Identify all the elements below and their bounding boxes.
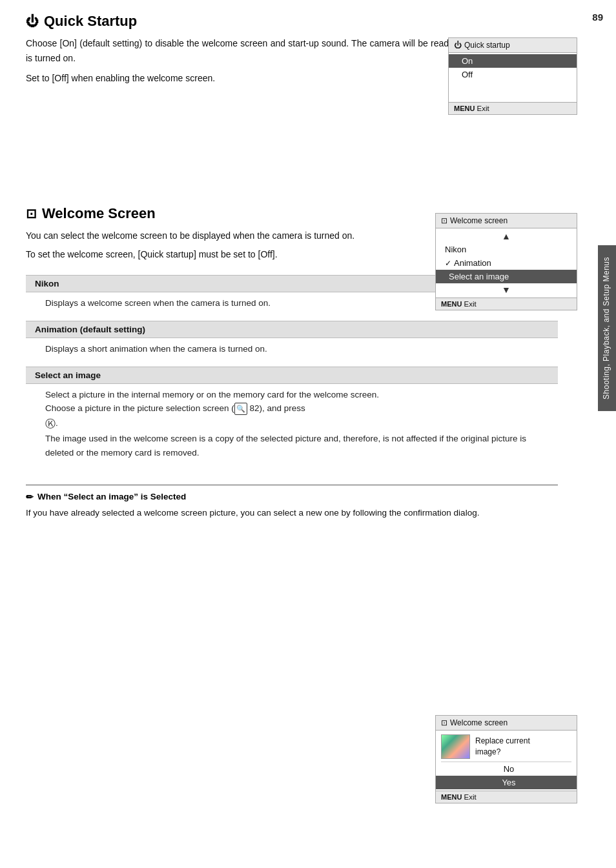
qs-menu-footer: MENU Exit: [449, 102, 577, 114]
ws-menu-item-select-image[interactable]: Select an image: [436, 270, 577, 283]
ws-menu-title-icon: ⊡: [441, 216, 447, 225]
note-section: ✏ When “Select an image” is Selected If …: [26, 485, 558, 520]
rc-menu-title: ⊡ Welcome screen: [436, 716, 577, 731]
rc-menu-title-icon: ⊡: [441, 718, 447, 727]
qs-menu-item-on[interactable]: On: [449, 54, 577, 68]
quick-startup-title-text: Quick Startup: [44, 13, 137, 30]
ws-menu-item-nikon[interactable]: Nikon: [436, 243, 577, 256]
welcome-screen-menu: ⊡ Welcome screen ▲ Nikon ✓ Animation Sel…: [435, 213, 577, 310]
ws-menu-body: ▲ Nikon ✓ Animation Select an image ▼: [436, 228, 577, 298]
welcome-screen-title-text: Welcome Screen: [42, 205, 156, 222]
rc-menu-title-text: Welcome screen: [450, 718, 508, 727]
rc-menu-item-no[interactable]: No: [436, 762, 577, 776]
page-ref-icon: 🔍: [234, 403, 247, 416]
ws-menu-key: MENU: [441, 300, 462, 308]
rc-menu-footer: MENU Exit: [436, 791, 577, 803]
page-number: 89: [592, 12, 603, 23]
rc-replace-row: Replace current image?: [436, 732, 577, 762]
animation-check: ✓: [445, 259, 451, 268]
ws-menu-arrow-up: ▲: [436, 230, 577, 243]
rc-replace-text: Replace current image?: [475, 736, 530, 758]
ws-menu-arrow-down: ▼: [436, 283, 577, 296]
note-title-text: When “Select an image” is Selected: [37, 492, 186, 501]
note-title: ✏ When “Select an image” is Selected: [26, 492, 558, 502]
rc-menu-key: MENU: [441, 793, 462, 801]
qs-menu-key: MENU: [454, 105, 475, 112]
welcome-screen-icon: ⊡: [26, 206, 37, 221]
qs-menu-body: On Off: [449, 53, 577, 102]
quick-startup-title: ⏻ Quick Startup: [26, 13, 558, 30]
rc-menu-item-yes[interactable]: Yes: [436, 776, 577, 789]
ws-menu-title: ⊡ Welcome screen: [436, 214, 577, 228]
side-tab: Shooting, Playback, and Setup Menus: [598, 245, 616, 411]
qs-menu-title: ⏻ Quick startup: [449, 38, 577, 53]
def-animation-body: Displays a short animation when the came…: [26, 338, 558, 361]
ws-menu-title-text: Welcome screen: [450, 216, 508, 225]
replace-current-menu: ⊡ Welcome screen Replace current image? …: [435, 715, 577, 803]
def-animation-header: Animation (default setting): [26, 321, 558, 338]
rc-menu-body: Replace current image? No Yes: [436, 731, 577, 791]
power-icon: ⏻: [26, 14, 39, 29]
qs-menu-title-icon: ⏻: [454, 41, 462, 50]
qs-menu-title-text: Quick startup: [464, 41, 510, 50]
def-select-image-body: Select a picture in the internal memory …: [26, 384, 558, 465]
ws-menu-item-animation[interactable]: ✓ Animation: [436, 256, 577, 270]
ws-menu-footer: MENU Exit: [436, 298, 577, 310]
rc-replace-line2: image?: [475, 747, 530, 758]
pencil-icon: ✏: [26, 492, 34, 502]
note-body: If you have already selected a welcome s…: [26, 506, 558, 520]
picture-preview: [441, 734, 470, 759]
quick-startup-menu: ⏻ Quick startup On Off MENU Exit: [448, 37, 577, 115]
def-select-image-header: Select an image: [26, 367, 558, 384]
rc-replace-line1: Replace current: [475, 736, 530, 747]
qs-menu-item-off[interactable]: Off: [449, 68, 577, 81]
